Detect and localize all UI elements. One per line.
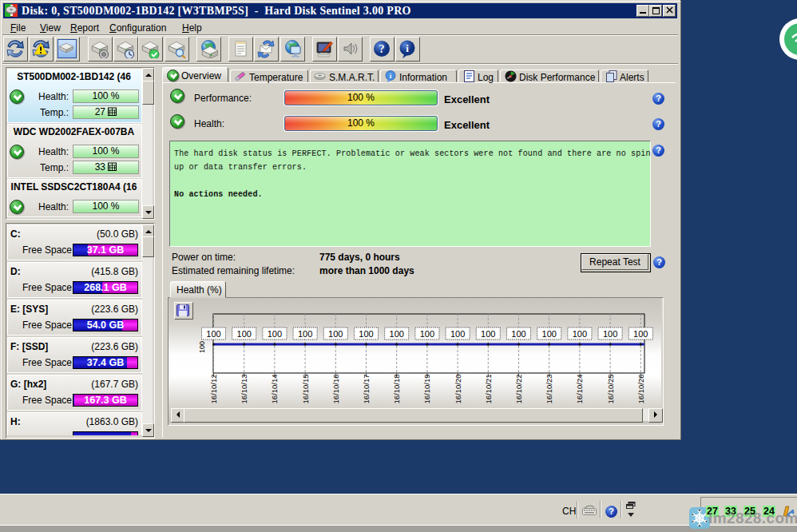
svg-text:16/10/19: 16/10/19 bbox=[422, 375, 431, 404]
svg-text:100: 100 bbox=[206, 329, 220, 339]
svg-text:16/10/13: 16/10/13 bbox=[240, 375, 248, 404]
svg-text:16/10/17: 16/10/17 bbox=[362, 375, 371, 404]
svg-text:i: i bbox=[406, 42, 409, 54]
svg-text:16/10/24: 16/10/24 bbox=[575, 375, 584, 404]
svg-text:100: 100 bbox=[420, 329, 434, 339]
svg-text:16/10/16: 16/10/16 bbox=[331, 375, 340, 404]
svg-text:16/10/23: 16/10/23 bbox=[545, 375, 553, 404]
svg-text:16/10/22: 16/10/22 bbox=[514, 375, 523, 404]
svg-text:100: 100 bbox=[237, 329, 252, 339]
svg-text:16/10/20: 16/10/20 bbox=[454, 375, 462, 404]
svg-text:16/10/15: 16/10/15 bbox=[301, 375, 310, 404]
svg-text:16/10/25: 16/10/25 bbox=[606, 375, 615, 404]
svg-text:100: 100 bbox=[450, 329, 465, 339]
svg-text:100: 100 bbox=[573, 329, 587, 339]
svg-text:100: 100 bbox=[268, 329, 282, 339]
svg-text:16/10/26: 16/10/26 bbox=[636, 375, 645, 404]
svg-text:100: 100 bbox=[511, 329, 525, 339]
svg-text:16/10/14: 16/10/14 bbox=[270, 375, 279, 404]
svg-text:100: 100 bbox=[633, 329, 648, 339]
svg-text:100: 100 bbox=[481, 329, 495, 339]
svg-text:16/10/18: 16/10/18 bbox=[392, 375, 401, 404]
svg-text:16/10/21: 16/10/21 bbox=[484, 375, 493, 404]
svg-text:100: 100 bbox=[603, 329, 617, 339]
svg-text:100: 100 bbox=[298, 329, 312, 339]
svg-text:100: 100 bbox=[198, 341, 206, 353]
svg-text:100: 100 bbox=[390, 329, 404, 339]
svg-text:16/10/12: 16/10/12 bbox=[209, 375, 218, 404]
svg-text:100: 100 bbox=[542, 329, 557, 339]
svg-text:?: ? bbox=[379, 43, 385, 55]
svg-text:100: 100 bbox=[328, 329, 343, 339]
svg-text:100: 100 bbox=[359, 329, 373, 339]
